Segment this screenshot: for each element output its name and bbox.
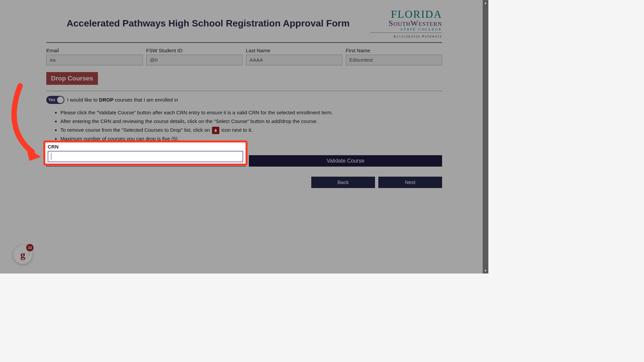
header: Accelerated Pathways High School Registr… <box>46 0 442 40</box>
email-label: Email <box>46 48 143 53</box>
toggle-description: I would like to DROP courses that I am e… <box>67 97 178 103</box>
logo-line2: SouthWestern <box>370 19 442 27</box>
last-name-field[interactable] <box>246 55 342 65</box>
divider <box>46 42 442 43</box>
grammarly-widget[interactable]: g : 33 <box>13 245 32 264</box>
scrollbar[interactable]: ▲ ▼ <box>483 0 488 274</box>
toggle-knob <box>57 97 64 103</box>
student-id-label: FSW Student ID <box>146 48 243 53</box>
crn-input[interactable] <box>46 155 246 167</box>
email-field[interactable] <box>46 55 143 65</box>
crn-label: CRN <box>46 148 246 154</box>
logo-line4: Accelerated Pathways <box>370 33 442 38</box>
divider <box>46 91 442 91</box>
first-name-field[interactable] <box>346 55 442 65</box>
instructions-list: Please click the "Validate Course" butto… <box>60 109 442 143</box>
last-name-label: Last Name <box>246 48 342 53</box>
instruction-item: Maximum number of courses you can drop i… <box>60 135 442 143</box>
instruction-item: To remove course from the "Selected Cour… <box>60 126 442 134</box>
logo-line3: STATE COLLEGE <box>370 27 442 31</box>
page-title: Accelerated Pathways High School Registr… <box>46 9 370 29</box>
validate-course-button[interactable]: Validate Course <box>249 155 442 167</box>
fsw-logo: FLORIDA SouthWestern STATE COLLEGE Accel… <box>370 9 442 38</box>
first-name-label: First Name <box>346 48 442 53</box>
logo-line1: FLORIDA <box>370 9 442 19</box>
student-id-field[interactable] <box>146 55 243 65</box>
drop-courses-button[interactable]: Drop Courses <box>46 72 98 85</box>
scroll-up-icon[interactable]: ▲ <box>483 0 488 6</box>
back-button[interactable]: Back <box>311 177 375 188</box>
trash-icon <box>212 127 219 134</box>
next-button[interactable]: Next <box>378 177 442 188</box>
instruction-item: Please click the "Validate Course" butto… <box>60 109 442 117</box>
drop-toggle[interactable]: Yes <box>46 96 64 104</box>
grammarly-badge: 33 <box>26 244 34 251</box>
grammarly-icon: g <box>20 249 25 260</box>
instruction-item: After entering the CRN and reviewing the… <box>60 117 442 125</box>
toggle-state-text: Yes <box>48 98 55 102</box>
scroll-down-icon[interactable]: ▼ <box>483 268 488 274</box>
